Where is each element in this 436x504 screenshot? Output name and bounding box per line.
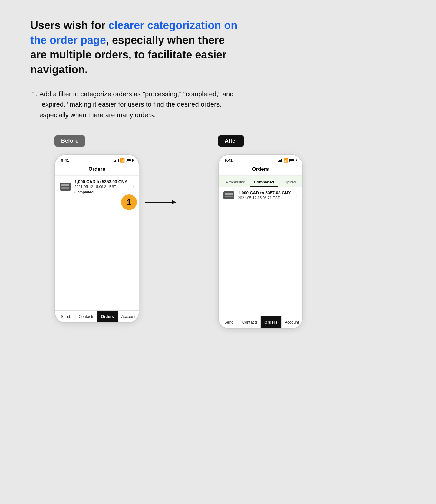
before-status-icons: 📶 — [114, 158, 133, 163]
signal-icon — [114, 158, 119, 162]
after-nav-account[interactable]: Account — [282, 316, 302, 328]
after-signal-icon — [278, 158, 282, 162]
after-label: After — [218, 135, 244, 147]
bar2 — [115, 160, 116, 162]
before-phone-wrapper: Before 9:41 📶 — [54, 135, 139, 323]
bar4 — [118, 159, 119, 162]
after-nav-send[interactable]: Send — [219, 316, 239, 328]
after-order-item[interactable]: 1,000 CAD to 5357.03 CNY 2021-05-12 15:0… — [219, 187, 302, 204]
after-phone-wrapper: After 9:41 📶 — [218, 135, 303, 329]
after-status-time: 9:41 — [225, 158, 233, 163]
after-screen-body — [219, 204, 302, 316]
before-nav-orders[interactable]: Orders — [97, 311, 118, 322]
phones-row: Before 9:41 📶 — [30, 135, 406, 329]
tab-completed[interactable]: Completed — [250, 178, 278, 187]
before-nav-send[interactable]: Send — [55, 311, 76, 322]
after-nav-contacts[interactable]: Contacts — [239, 316, 260, 328]
after-chevron-icon: › — [296, 193, 297, 198]
after-phone: 9:41 📶 Orders Proc — [218, 154, 303, 329]
after-nav-orders[interactable]: Orders — [261, 316, 282, 328]
card-icon — [60, 183, 71, 191]
after-wifi-icon: 📶 — [283, 158, 288, 163]
after-order-details: 1,000 CAD to 5357.03 CNY 2021-05-12 15:0… — [238, 190, 292, 200]
before-status-bar: 9:41 📶 — [55, 155, 139, 164]
after-filter-tabs: Processing Completed Expired — [219, 176, 302, 187]
headline-prefix: Users wish for — [30, 19, 108, 31]
wifi-icon: 📶 — [120, 158, 125, 163]
after-screen-title: Orders — [219, 164, 302, 176]
before-nav-contacts[interactable]: Contacts — [76, 311, 97, 322]
tab-processing[interactable]: Processing — [222, 178, 249, 187]
after-order-date: 2021-05-12 15:06:21 EST — [238, 196, 292, 200]
before-screen-title: Orders — [55, 164, 139, 176]
before-bottom-nav: Send Contacts Orders Account — [55, 310, 139, 322]
after-status-icons: 📶 — [278, 158, 296, 163]
before-status-time: 9:41 — [61, 158, 69, 163]
after-bottom-nav: Send Contacts Orders Account — [219, 316, 302, 328]
after-card-icon — [223, 191, 234, 199]
headline: Users wish for clearer categorization on… — [30, 18, 242, 77]
before-label: Before — [54, 135, 85, 147]
before-order-date: 2021-05-12 15:06:21 EST — [74, 185, 129, 189]
list-item-1: Add a filter to categorize orders as "pr… — [39, 89, 242, 120]
before-order-status: Completed — [74, 190, 129, 194]
before-order-details: 1,000 CAD to 5353.03 CNY 2021-05-12 15:0… — [74, 179, 129, 194]
before-order-title: 1,000 CAD to 5353.03 CNY — [74, 179, 129, 184]
bar1 — [114, 161, 115, 162]
step-badge: 1 — [121, 194, 137, 210]
arrow-container: 1 — [139, 202, 182, 203]
after-order-title: 1,000 CAD to 5357.03 CNY — [238, 190, 292, 195]
before-phone: 9:41 📶 Orders — [54, 154, 139, 323]
before-nav-account[interactable]: Account — [118, 311, 139, 322]
chevron-icon: › — [132, 184, 134, 189]
list-section: Add a filter to categorize orders as "pr… — [30, 89, 242, 120]
battery-icon — [126, 159, 133, 162]
after-battery-icon — [289, 159, 296, 162]
tab-expired[interactable]: Expired — [279, 178, 299, 187]
bar3 — [117, 160, 117, 162]
arrow — [145, 202, 176, 203]
after-status-bar: 9:41 📶 — [219, 155, 302, 164]
before-screen-body — [55, 198, 139, 310]
